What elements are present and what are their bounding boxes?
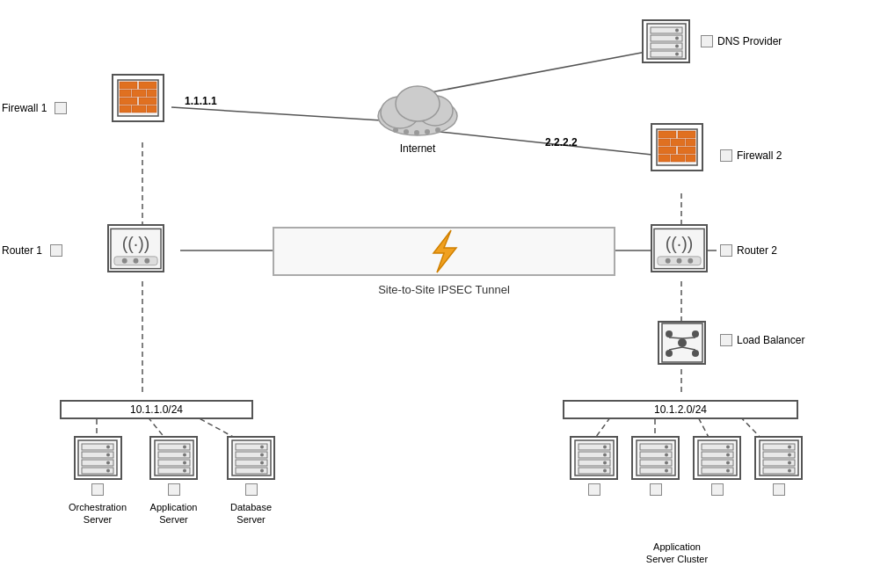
svg-rect-32 — [120, 98, 137, 105]
firewall1-checkbox[interactable] — [55, 102, 67, 114]
svg-point-114 — [603, 446, 607, 449]
cluster-server-1-node — [570, 436, 618, 498]
lb-checkbox[interactable] — [720, 334, 732, 346]
svg-point-124 — [665, 454, 668, 457]
svg-point-73 — [678, 338, 687, 347]
svg-point-134 — [726, 461, 730, 465]
lb-side-label: Load Balancer — [717, 334, 804, 346]
svg-rect-30 — [132, 90, 146, 97]
router2-side-label: Router 2 — [717, 244, 777, 257]
router2-icon-box: ((·)) — [651, 224, 708, 272]
firewall2-side-label: Firewall 2 — [717, 149, 782, 162]
svg-rect-45 — [678, 147, 695, 154]
cs3-svg — [696, 439, 739, 477]
app-server-checkbox[interactable] — [168, 483, 180, 496]
svg-point-75 — [692, 330, 699, 338]
svg-point-126 — [665, 469, 668, 473]
svg-point-96 — [183, 446, 186, 449]
svg-point-105 — [260, 446, 264, 449]
internet-node: Internet — [369, 70, 466, 155]
app-server-node: ApplicationServer — [149, 436, 198, 526]
cs4-svg — [758, 439, 800, 477]
firewall2-node — [651, 123, 703, 171]
dns-icon-box — [642, 19, 690, 63]
firewall1-node — [112, 74, 164, 122]
svg-point-115 — [603, 454, 607, 457]
svg-rect-28 — [139, 82, 156, 89]
cluster-s4-icon — [754, 436, 803, 480]
db-server-node: DatabaseServer — [227, 436, 275, 526]
svg-rect-44 — [659, 147, 676, 154]
db-icon-svg — [230, 439, 273, 477]
svg-point-125 — [665, 461, 668, 465]
cs4-checkbox[interactable] — [773, 483, 785, 496]
svg-point-62 — [122, 258, 127, 263]
svg-point-88 — [106, 454, 110, 457]
svg-point-23 — [414, 130, 419, 135]
svg-rect-47 — [671, 155, 685, 162]
svg-point-108 — [260, 469, 264, 473]
svg-point-69 — [677, 258, 682, 263]
svg-rect-42 — [671, 139, 685, 146]
dns-checkbox[interactable] — [701, 35, 713, 47]
svg-point-56 — [675, 37, 679, 40]
firewall2-icon-box — [651, 123, 703, 171]
svg-point-77 — [692, 350, 699, 357]
svg-point-99 — [183, 469, 186, 473]
router2-icon: ((·)) — [652, 227, 706, 271]
dns-node — [642, 19, 690, 63]
internet-label: Internet — [400, 142, 436, 155]
cs1-checkbox[interactable] — [588, 483, 600, 496]
orch-server-checkbox[interactable] — [91, 483, 104, 496]
lb-icon-box — [658, 321, 706, 365]
app-cluster-label: ApplicationServer Cluster — [611, 541, 743, 566]
cluster-server-2-node — [631, 436, 680, 498]
router1-side-label: Router 1 — [2, 244, 62, 257]
orch-server-icon — [74, 436, 122, 480]
cluster-s3-icon — [693, 436, 741, 480]
firewall2-icon — [655, 127, 699, 167]
subnet2-box: 10.1.2.0/24 — [563, 400, 798, 419]
router1-icon-box: ((·)) — [107, 224, 164, 272]
svg-rect-35 — [132, 105, 146, 113]
svg-point-21 — [393, 127, 398, 133]
router2-checkbox[interactable] — [720, 244, 732, 257]
svg-point-87 — [106, 446, 110, 449]
router1-node: ((·)) — [107, 224, 164, 272]
loadbalancer-node — [658, 321, 706, 365]
svg-point-97 — [183, 454, 186, 457]
svg-rect-40 — [678, 131, 695, 138]
ip-label-1: 1.1.1.1 — [185, 95, 217, 107]
cs2-checkbox[interactable] — [650, 483, 662, 496]
cluster-server-4-node — [754, 436, 803, 498]
cs3-checkbox[interactable] — [711, 483, 724, 496]
firewall1-icon — [116, 78, 160, 118]
orch-label: OrchestrationServer — [69, 501, 127, 526]
svg-point-144 — [788, 469, 791, 473]
svg-rect-31 — [147, 90, 156, 97]
svg-point-98 — [183, 461, 186, 465]
dns-side-label: DNS Provider — [697, 35, 782, 47]
firewall1-side-label: Firewall 1 — [2, 102, 67, 114]
svg-rect-36 — [147, 105, 156, 113]
svg-point-63 — [134, 258, 139, 263]
subnet1-box: 10.1.1.0/24 — [60, 400, 253, 419]
svg-point-123 — [665, 446, 668, 449]
firewall2-checkbox[interactable] — [720, 149, 732, 162]
ipsec-tunnel-box — [273, 227, 615, 276]
firewall1-icon-box — [112, 74, 164, 122]
svg-point-25 — [435, 127, 440, 133]
db-server-checkbox[interactable] — [245, 483, 258, 496]
cs1-svg — [573, 439, 615, 477]
svg-point-58 — [675, 53, 679, 56]
svg-rect-27 — [120, 82, 137, 89]
svg-point-116 — [603, 461, 607, 465]
svg-point-70 — [688, 258, 693, 263]
router1-checkbox[interactable] — [50, 244, 62, 257]
svg-rect-43 — [686, 139, 695, 146]
cluster-s2-icon — [631, 436, 680, 480]
ip-label-2: 2.2.2.2 — [545, 136, 578, 149]
svg-rect-39 — [659, 131, 676, 138]
svg-point-64 — [144, 258, 149, 263]
lb-icon — [660, 322, 704, 364]
